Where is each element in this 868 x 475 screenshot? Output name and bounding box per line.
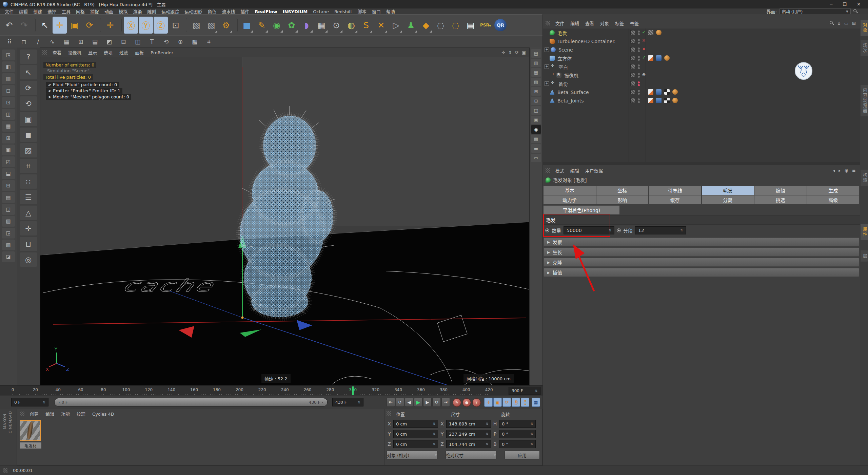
wire-sphere-icon[interactable]: ◌ <box>434 17 448 34</box>
attribute-menu-item[interactable]: 模式 <box>552 168 567 173</box>
enable-state-icon[interactable]: ✓ <box>642 55 646 60</box>
hair-count-field[interactable]: 50000 <box>564 226 614 234</box>
layout-panel-icon[interactable]: ⊞ <box>531 87 541 96</box>
visibility-dots[interactable] <box>638 38 640 44</box>
viewport-menu-item[interactable]: 查看 <box>49 50 65 55</box>
dock-tab[interactable]: 内容浏览器 <box>861 85 868 116</box>
palette-icon[interactable]: ▥ <box>2 73 15 84</box>
enable-state-icon[interactable]: ✓ <box>642 30 646 35</box>
object-manager-menu-item[interactable]: 文件 <box>552 21 567 26</box>
tag-icon[interactable] <box>672 89 678 95</box>
object-manager-menu-item[interactable]: 书签 <box>627 21 642 26</box>
drag-grip-icon[interactable] <box>20 412 24 416</box>
menu-item[interactable]: 流水线 <box>219 9 238 14</box>
simulate-icon[interactable]: S <box>359 17 373 34</box>
attribute-tab[interactable]: 生成 <box>807 186 860 195</box>
enable-axis-icon[interactable]: ✛ <box>20 221 37 235</box>
materials-menu-item[interactable]: 纹理 <box>73 412 89 417</box>
snap-magnet-icon[interactable]: ⊔ <box>20 237 37 251</box>
layout-panel-icon[interactable]: ◫ <box>531 106 541 115</box>
layout-panel-icon[interactable]: ▦ <box>531 68 541 77</box>
tag-icon[interactable] <box>664 98 670 103</box>
drag-grip-icon[interactable] <box>546 168 550 173</box>
position-field[interactable]: 0 cm <box>393 440 438 448</box>
pick-cursor-icon[interactable]: ↖ <box>20 65 37 79</box>
palette-icon[interactable]: ◫ <box>2 109 15 120</box>
attribute-menu-item[interactable]: 编辑 <box>567 168 582 173</box>
spin-tool-icon[interactable]: ⟲ <box>159 37 173 47</box>
menu-item[interactable]: 渲染 <box>130 9 144 14</box>
palette-icon[interactable]: ◻ <box>2 85 15 96</box>
drag-grip-icon[interactable] <box>387 411 391 416</box>
attribute-tab[interactable]: 分离 <box>702 195 754 204</box>
drag-grip-icon[interactable] <box>546 21 550 25</box>
rotate-ccw-icon[interactable]: ⟲ <box>20 96 37 111</box>
sculpt-tool-icon[interactable]: ∿ <box>45 37 59 47</box>
object-name[interactable]: Beta_Joints <box>557 98 584 103</box>
palette-icon[interactable]: ⊡ <box>2 97 15 108</box>
menu-item[interactable]: 窗口 <box>369 9 383 14</box>
menu-item[interactable]: 编辑 <box>16 9 31 14</box>
layout-panel-icon[interactable]: ▧ <box>531 78 541 86</box>
viewport-menu-item[interactable]: ProRender <box>147 50 177 55</box>
attribute-tab[interactable]: 影响 <box>596 195 649 204</box>
viewport-canvas[interactable]: cache <box>40 57 529 385</box>
playhead[interactable] <box>352 386 354 395</box>
object-manager-menu-item[interactable]: 对象 <box>597 21 612 26</box>
menu-item[interactable]: 雕刻 <box>144 9 159 14</box>
enable-state-icon[interactable]: ✕ <box>642 46 646 52</box>
object-name[interactable]: 立方体 <box>557 55 572 62</box>
am-config-icon[interactable]: ≡ <box>852 168 856 173</box>
visibility-dots[interactable] <box>638 72 640 78</box>
layout-panel-icon[interactable]: ▭ <box>531 154 541 162</box>
phong-tab[interactable]: 平滑着色(Phong) <box>544 206 619 214</box>
menu-item[interactable]: 动画 <box>102 9 116 14</box>
model-mode-icon[interactable]: ◼ <box>20 128 37 142</box>
timeline-ruler[interactable]: 0204060801001201401601802002202402602803… <box>0 385 542 396</box>
menu-item[interactable]: 角色 <box>205 9 219 14</box>
attribute-menu-item[interactable]: 用户数据 <box>582 168 606 173</box>
viewport-solo-icon[interactable]: ◎ <box>20 252 37 267</box>
visibility-dots[interactable] <box>638 55 640 61</box>
visibility-dots[interactable] <box>638 81 640 87</box>
palette-icon[interactable]: ⊟ <box>2 180 15 191</box>
panel-splitter[interactable] <box>543 162 860 165</box>
am-history-back-icon[interactable]: ◂ <box>833 168 835 173</box>
menu-item[interactable]: 捕捉 <box>87 9 102 14</box>
view-dolly-icon[interactable]: ⇕ <box>508 50 512 55</box>
add-environment-icon[interactable]: ▦ <box>314 17 329 34</box>
add-grid-icon[interactable]: ⊞ <box>74 37 87 47</box>
workplane-mode-icon[interactable]: ⌗ <box>20 159 37 173</box>
tag-icon[interactable] <box>648 89 653 95</box>
menu-item[interactable]: INSYDIUM <box>280 9 311 14</box>
om-filter-icon[interactable]: ▭ <box>844 21 848 26</box>
qr-tool-icon[interactable]: QR <box>493 17 508 34</box>
object-manager-menu-item[interactable]: 查看 <box>582 21 597 26</box>
dock-tab[interactable]: 对象 <box>861 20 868 36</box>
tag-icon[interactable] <box>656 55 662 61</box>
menu-item[interactable]: 文件 <box>2 9 16 14</box>
layout-panel-icon[interactable]: ▤ <box>531 49 541 58</box>
layer-swatch[interactable] <box>630 64 635 69</box>
materials-menu-item[interactable]: 创建 <box>26 412 42 417</box>
view-orbit-icon[interactable]: ⟳ <box>515 50 519 55</box>
size-mode-dropdown[interactable]: 绝对尺寸▼ <box>446 451 496 459</box>
palette-icon[interactable]: ◪ <box>2 251 15 262</box>
attribute-tab[interactable]: 毛发 <box>702 186 754 195</box>
goto-start-button[interactable]: ⇤ <box>387 398 395 407</box>
rotation-field[interactable]: 0 ° <box>499 430 536 438</box>
group-bar[interactable]: ▶发根 <box>544 238 859 246</box>
play-backwards-button[interactable]: ↺ <box>396 398 404 407</box>
layer-swatch[interactable] <box>630 47 635 52</box>
group-bar[interactable]: ▶插值 <box>544 268 859 277</box>
om-home-icon[interactable]: ⌂ <box>838 21 841 26</box>
viewport-menu-item[interactable]: 面板 <box>132 50 147 55</box>
texture-mode-icon[interactable]: ▨ <box>20 143 37 157</box>
move-tool-icon[interactable]: ✛ <box>53 17 67 34</box>
max-frame-field[interactable]: 300 F <box>509 387 540 395</box>
menu-item[interactable]: 运动图形 <box>182 9 205 14</box>
end-frame-field[interactable]: 430 F <box>332 398 363 406</box>
tag-icon[interactable] <box>656 89 662 95</box>
current-frame-field[interactable]: 0 F <box>11 398 48 406</box>
material-thumbnail[interactable] <box>20 420 41 441</box>
